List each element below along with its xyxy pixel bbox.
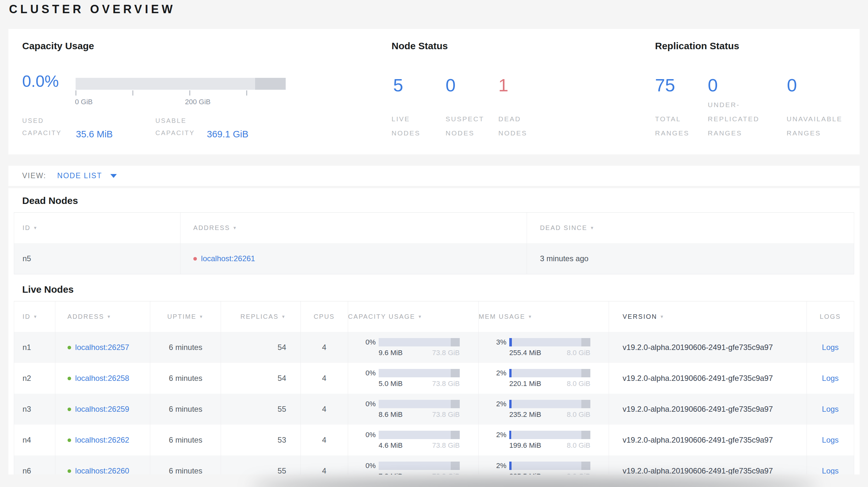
view-selector-dropdown[interactable]: NODE LIST <box>57 171 117 180</box>
usage-percent: 2% <box>479 462 506 470</box>
uptime-cell: 6 minutes <box>150 455 221 475</box>
logs-cell: Logs <box>807 394 854 425</box>
node-id: n4 <box>14 425 55 455</box>
replicas-cell: 54 <box>221 363 301 394</box>
view-bar: VIEW: NODE LIST <box>8 166 860 186</box>
live-status-dot <box>68 439 71 442</box>
usage-bar-reserved-segment <box>451 431 460 439</box>
column-header-uptime[interactable]: UPTIME <box>150 301 221 332</box>
usage-bar-reserved-segment <box>581 431 590 439</box>
column-header-dead-since[interactable]: DEAD SINCE <box>527 213 854 243</box>
table-row: n3 localhost:26259 6 minutes 55 4 0% 8.6… <box>14 394 854 425</box>
live-nodes-label: LIVE NODES <box>392 112 430 140</box>
bottom-scroll-shadow <box>251 480 817 487</box>
gauge-tick-label: 200 GiB <box>185 98 211 106</box>
capacity-gauge-reserved-segment <box>255 78 286 90</box>
cluster-overview-page: CLUSTER OVERVIEW Capacity Usage Node Sta… <box>0 0 868 487</box>
usage-used-value: 5.0 MiB <box>379 380 403 388</box>
dead-status-dot <box>193 257 197 261</box>
usage-bar-reserved-segment <box>581 338 590 347</box>
usage-bar <box>509 400 590 408</box>
usage-used-value: 255.4 MiB <box>509 349 541 357</box>
sort-arrow-icon <box>281 314 286 319</box>
column-header-mem-usage[interactable]: MEM USAGE <box>479 301 609 332</box>
logs-link[interactable]: Logs <box>822 404 839 414</box>
usage-used-value: 8.6 MiB <box>379 411 403 419</box>
column-header-address[interactable]: ADDRESS <box>55 301 151 332</box>
column-header-label: DEAD SINCE <box>540 224 587 232</box>
dead-nodes-heading: Dead Nodes <box>22 194 860 207</box>
sort-arrow-icon <box>590 226 595 230</box>
column-header-id[interactable]: ID <box>14 301 55 332</box>
logs-link[interactable]: Logs <box>822 435 839 445</box>
gauge-tick <box>189 90 190 96</box>
column-header-address[interactable]: ADDRESS <box>181 213 527 243</box>
column-header-label: LOGS <box>820 313 841 320</box>
node-address-link[interactable]: localhost:26257 <box>75 343 129 352</box>
usage-bar-fill <box>509 369 512 377</box>
replicas-cell: 54 <box>221 332 301 363</box>
usage-total-value: 73.8 GiB <box>432 349 460 357</box>
usage-bar-reserved-segment <box>581 400 590 408</box>
column-header-id[interactable]: ID <box>14 213 181 243</box>
column-header-label: ADDRESS <box>193 224 230 232</box>
replicas-cell: 55 <box>221 394 301 425</box>
logs-link[interactable]: Logs <box>822 374 839 383</box>
logs-cell: Logs <box>807 425 854 455</box>
usage-total-value: 8.0 GiB <box>567 411 590 419</box>
usage-used-value: 235.2 MiB <box>509 411 541 419</box>
node-address-link[interactable]: localhost:26260 <box>75 466 129 475</box>
mem-usage-cell: 3% 255.4 MiB 8.0 GiB <box>479 332 609 363</box>
node-address-link[interactable]: localhost:26258 <box>75 374 129 383</box>
node-address-link[interactable]: localhost:26261 <box>201 254 255 263</box>
usage-total-value: 73.8 GiB <box>432 380 460 388</box>
column-header-capacity-usage[interactable]: CAPACITY USAGE <box>348 301 479 332</box>
capacity-usage-cell: 0% 8.6 MiB 73.8 GiB <box>348 394 479 425</box>
live-nodes-table-header: IDADDRESSUPTIMEREPLICASCPUSCAPACITY USAG… <box>14 301 854 332</box>
usage-bar-fill <box>509 431 511 439</box>
column-header-label: CPUS <box>314 313 335 320</box>
logs-cell: Logs <box>807 455 854 475</box>
node-id: n3 <box>14 394 55 425</box>
usage-bar-reserved-segment <box>581 462 590 470</box>
node-address-link[interactable]: localhost:26259 <box>75 404 129 414</box>
column-header-label: CAPACITY USAGE <box>348 313 415 320</box>
column-header-label: REPLICAS <box>240 313 279 320</box>
capacity-usage-title: Capacity Usage <box>22 40 94 52</box>
capacity-usage-cell: 0% 4.6 MiB 73.8 GiB <box>348 425 479 455</box>
capacity-gauge <box>75 78 286 90</box>
column-header-logs: LOGS <box>807 301 854 332</box>
usage-bar <box>509 338 590 347</box>
live-status-dot <box>68 469 71 473</box>
sort-arrow-icon <box>107 314 112 319</box>
live-nodes-heading: Live Nodes <box>22 283 860 296</box>
nodes-tables-card: Dead Nodes IDADDRESSDEAD SINCE n5 localh… <box>8 188 860 475</box>
uptime-cell: 6 minutes <box>150 332 221 363</box>
table-row: n2 localhost:26258 6 minutes 54 4 0% 5.0… <box>14 363 854 394</box>
page-title: CLUSTER OVERVIEW <box>9 3 175 16</box>
logs-link[interactable]: Logs <box>822 343 839 352</box>
node-address-link[interactable]: localhost:26262 <box>75 435 129 445</box>
node-address-cell: localhost:26261 <box>181 243 527 274</box>
column-header-label: UPTIME <box>167 313 196 320</box>
capacity-usage-cell: 0% 5.0 MiB 73.8 GiB <box>348 363 479 394</box>
usage-bar-reserved-segment <box>451 338 460 347</box>
usage-total-value: 8.0 GiB <box>567 472 590 475</box>
gauge-tick <box>75 90 76 96</box>
sort-arrow-icon <box>528 314 533 319</box>
version-cell: v19.2.0-alpha.20190606-2491-gfe735c9a97 <box>609 455 807 475</box>
table-row: n1 localhost:26257 6 minutes 54 4 0% 9.6… <box>14 332 854 363</box>
node-address-cell: localhost:26262 <box>55 425 151 455</box>
usage-bar-fill <box>509 338 512 347</box>
logs-link[interactable]: Logs <box>822 466 839 475</box>
column-header-replicas[interactable]: REPLICAS <box>221 301 301 332</box>
sort-arrow-icon <box>232 226 238 230</box>
usage-percent: 0% <box>348 462 376 470</box>
column-header-version[interactable]: VERSION <box>609 301 807 332</box>
usage-bar-reserved-segment <box>451 462 460 470</box>
usage-total-value: 73.8 GiB <box>432 411 460 419</box>
usage-percent: 2% <box>479 431 506 439</box>
live-nodes-table: IDADDRESSUPTIMEREPLICASCPUSCAPACITY USAG… <box>14 301 854 475</box>
dead-nodes-table-header: IDADDRESSDEAD SINCE <box>14 213 854 243</box>
live-status-dot <box>68 377 71 380</box>
